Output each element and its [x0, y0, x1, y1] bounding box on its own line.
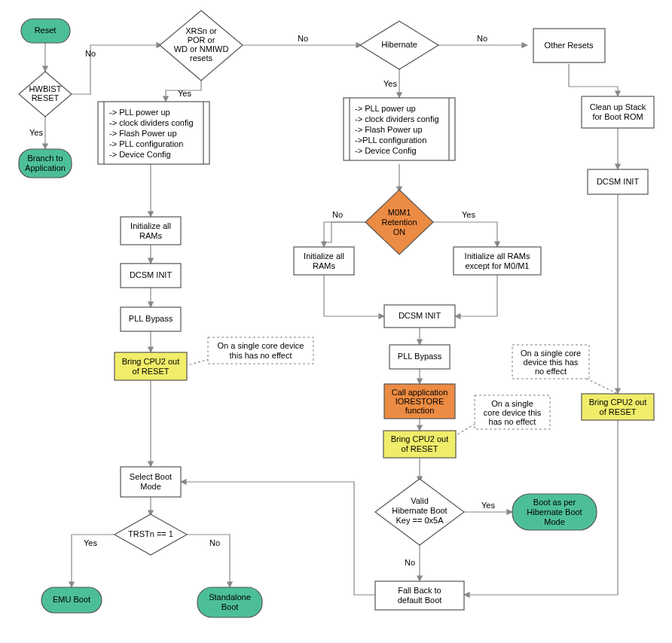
- initM-l1: Initialize all: [304, 251, 344, 261]
- cleanup-l2: for Boot ROM: [592, 112, 643, 121]
- valid-l1: Valid: [411, 496, 429, 505]
- m0m1-l1: M0M1: [388, 208, 411, 217]
- procM-l5: -> Device Config: [355, 146, 417, 155]
- m0m1-l3: ON: [393, 227, 406, 236]
- edge-xrsn-yes: Yes: [178, 89, 191, 98]
- dcsm-mid-label: DCSM INIT: [399, 311, 441, 320]
- node-standalone-boot: Standalone Boot: [197, 587, 262, 617]
- node-init-rams-m0m1: Initialize all RAMs except for M0/M1: [454, 247, 541, 275]
- node-reset: Reset: [21, 19, 70, 43]
- cpu2L-l2: of RESET: [133, 367, 170, 376]
- node-boot-hibernate: Boot as per Hibernate Boot Mode: [512, 494, 597, 530]
- cpu2-right-l1: Bring CPU2 out: [589, 398, 646, 407]
- initM-l2: RAMs: [313, 261, 335, 270]
- cpu2M-l2: of RESET: [402, 444, 438, 453]
- note-right-l2: device this has: [524, 358, 579, 367]
- edge-m0m1-no: No: [332, 210, 343, 219]
- node-pll-bypass-left: PLL Bypass: [121, 307, 181, 331]
- initL-l1: Initialize all: [130, 221, 171, 230]
- ior-l2: IORESTORE: [396, 397, 444, 406]
- note-right: On a single core device this has no effe…: [512, 345, 589, 379]
- procL-l3: -> Flash Power up: [109, 129, 177, 138]
- noteM-l1: On a single: [491, 399, 533, 408]
- node-hibernate: Hibernate: [360, 21, 438, 69]
- node-cpu2-right: Bring CPU2 out of RESET: [582, 394, 654, 420]
- ior-l1: Call application: [392, 388, 448, 397]
- pll-mid-label: PLL Bypass: [398, 352, 442, 361]
- procM-l4: ->PLL configuration: [355, 136, 426, 145]
- cpu2M-l1: Bring CPU2 out: [391, 434, 448, 443]
- hib-label: Hibernate: [381, 40, 417, 49]
- standalone-l2: Boot: [221, 602, 239, 611]
- node-valid-key: Valid Hibernate Boot Key == 0x5A: [375, 479, 464, 545]
- edge-hib-yes: Yes: [383, 79, 397, 88]
- ior-l3: function: [405, 406, 435, 415]
- node-fallback: Fall Back to default Boot: [375, 581, 464, 610]
- node-proc-left: -> PLL power up -> clock dividers config…: [98, 102, 209, 164]
- node-cpu2-mid: Bring CPU2 out of RESET: [383, 431, 456, 458]
- node-cpu2-left: Bring CPU2 out of RESET: [115, 352, 187, 380]
- node-init-rams-left: Initialize all RAMs: [121, 217, 181, 245]
- node-dcsm-right: DCSM INIT: [588, 169, 648, 194]
- edge-hwbist-yes: Yes: [29, 128, 43, 137]
- dcsm-right-label: DCSM INIT: [597, 177, 640, 186]
- noteL-l1: On a single core device: [218, 341, 304, 350]
- node-xrsn-decision: XRSn or POR or WD or NMIWD resets: [160, 11, 243, 81]
- boothib-l2: Hibernate Boot: [527, 507, 582, 517]
- noteM-l3: has no effect: [489, 417, 536, 426]
- select-l1: Select Boot: [130, 472, 172, 481]
- fallback-l1: Fall Back to: [398, 586, 441, 595]
- hwbist-l1: HWBIST: [29, 84, 62, 93]
- note-right-l1: On a single core: [521, 349, 581, 358]
- edge-trstn-yes: Yes: [84, 538, 97, 547]
- other-resets-label: Other Resets: [545, 41, 594, 50]
- procL-l5: -> Device Config: [109, 150, 171, 159]
- node-proc-mid: -> PLL power up -> clock dividers config…: [344, 98, 455, 160]
- valid-l3: Key == 0x5A: [396, 516, 444, 525]
- edge-hib-no: No: [477, 34, 487, 43]
- xrsn-l1: XRSn or: [185, 26, 217, 35]
- procL-l4: -> PLL configuration: [109, 139, 183, 148]
- node-select-boot: Select Boot Mode: [121, 467, 181, 497]
- initL-l2: RAMs: [139, 231, 162, 240]
- note-right-l3: no effect: [535, 367, 567, 376]
- trstn-label: TRSTn == 1: [128, 529, 173, 538]
- noteL-l2: this has no effect: [230, 351, 292, 360]
- fallback-l2: default Boot: [398, 596, 442, 605]
- hwbist-l2: RESET: [32, 93, 60, 102]
- node-branch-to-application: Branch to Application: [19, 149, 72, 178]
- node-emu-boot: EMU Boot: [41, 587, 102, 613]
- select-l2: Mode: [140, 482, 161, 491]
- procL-l1: -> PLL power up: [109, 108, 170, 117]
- node-cleanup-stack: Clean up Stack for Boot ROM: [582, 96, 654, 128]
- xrsn-l3: WD or NMIWD: [174, 44, 229, 53]
- dcsm-left-label: DCSM INIT: [130, 270, 173, 279]
- initR-l1: Initialize all RAMs: [465, 251, 530, 261]
- note-mid: On a single core device this has no effe…: [475, 395, 550, 429]
- xrsn-l2: POR or: [188, 35, 215, 44]
- branch-l2: Application: [25, 163, 66, 172]
- node-dcsm-mid: DCSM INIT: [384, 305, 455, 328]
- edge-valid-yes: Yes: [481, 501, 495, 510]
- node-dcsm-left: DCSM INIT: [121, 264, 181, 288]
- cpu2L-l1: Bring CPU2 out: [122, 357, 179, 366]
- node-m0m1: M0M1 Retention ON: [365, 190, 433, 254]
- reset-label: Reset: [35, 26, 57, 35]
- node-hwbist-reset: HWBIST RESET: [19, 72, 72, 117]
- procL-l2: -> clock dividers config: [109, 118, 194, 127]
- cleanup-l1: Clean up Stack: [590, 102, 646, 111]
- note-left: On a single core device this has no effe…: [208, 337, 313, 364]
- edge-xrsn-no: No: [298, 34, 308, 43]
- cpu2-right-l2: of RESET: [600, 407, 637, 416]
- m0m1-l2: Retention: [381, 218, 417, 227]
- node-other-resets: Other Resets: [533, 29, 605, 62]
- initR-l2: except for M0/M1: [466, 261, 530, 270]
- edge-m0m1-yes: Yes: [462, 210, 475, 219]
- procM-l3: -> Flash Power up: [355, 125, 423, 134]
- valid-l2: Hibernate Boot: [392, 506, 447, 515]
- boothib-l3: Mode: [544, 517, 565, 526]
- emu-label: EMU Boot: [53, 595, 90, 604]
- pll-left-label: PLL Bypass: [129, 314, 173, 323]
- standalone-l1: Standalone: [209, 593, 251, 602]
- noteM-l2: core device this: [484, 408, 542, 417]
